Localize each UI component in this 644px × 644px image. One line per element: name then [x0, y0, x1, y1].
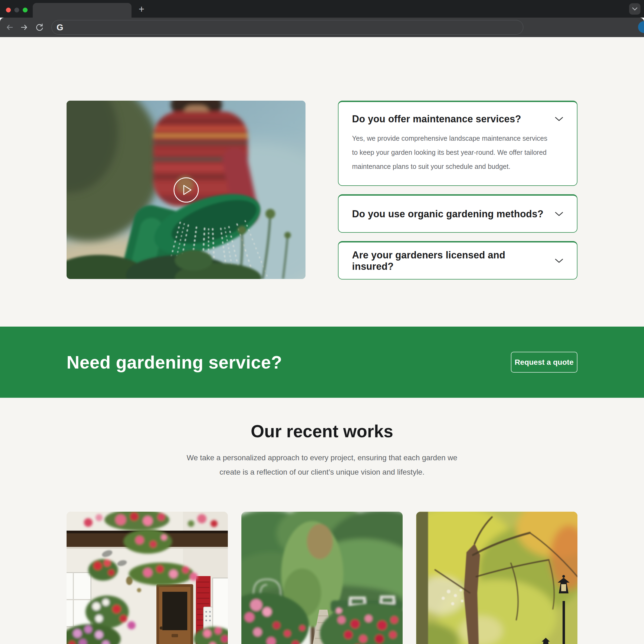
browser-tab-strip: + — [0, 0, 644, 18]
faq-accordion: Do you offer maintenance services? Yes, … — [338, 101, 577, 280]
cta-heading: Need gardening service? — [67, 352, 282, 373]
site-favicon-g-icon: G — [57, 22, 63, 32]
faq-item-maintenance[interactable]: Do you offer maintenance services? Yes, … — [338, 101, 577, 186]
profile-avatar-icon[interactable] — [638, 21, 644, 33]
chevron-down-icon[interactable] — [555, 212, 563, 216]
browser-tab[interactable] — [33, 3, 132, 18]
faq-question: Are your gardeners licensed and insured? — [352, 249, 549, 272]
reload-icon[interactable] — [35, 23, 44, 32]
works-gallery — [67, 512, 577, 644]
new-tab-button[interactable]: + — [135, 3, 148, 15]
section-subtitle-line2: create is a reflection of our client’s u… — [0, 465, 644, 479]
tab-list-button[interactable] — [629, 3, 640, 15]
faq-section: Do you offer maintenance services? Yes, … — [67, 37, 577, 280]
video-player[interactable] — [67, 101, 305, 279]
work-item-garden-path[interactable] — [241, 512, 403, 644]
address-bar[interactable]: G — [51, 20, 523, 35]
work-item-house-facade[interactable] — [67, 512, 228, 644]
forward-arrow-icon[interactable] — [20, 23, 29, 32]
faq-item-organic[interactable]: Do you use organic gardening methods? — [338, 194, 577, 233]
chevron-down-icon[interactable] — [555, 258, 563, 263]
play-icon[interactable] — [173, 177, 199, 203]
plus-icon: + — [139, 4, 144, 15]
faq-answer: Yes, we provide comprehensive landscape … — [352, 131, 550, 173]
window-minimize-button[interactable] — [14, 8, 19, 12]
chevron-down-icon — [632, 7, 638, 11]
chevron-down-icon[interactable] — [555, 117, 563, 121]
recent-works-section: Our recent works We take a personalized … — [0, 421, 644, 644]
cta-banner: Need gardening service? Request a quote — [0, 327, 644, 398]
request-quote-button[interactable]: Request a quote — [511, 352, 577, 373]
faq-question: Do you use organic gardening methods? — [352, 208, 543, 220]
webpage: Do you offer maintenance services? Yes, … — [0, 37, 644, 644]
faq-question: Do you offer maintenance services? — [352, 113, 521, 125]
browser-toolbar: G — [0, 18, 644, 37]
section-title: Our recent works — [0, 421, 644, 441]
faq-item-licensed[interactable]: Are your gardeners licensed and insured? — [338, 241, 577, 280]
back-arrow-icon[interactable] — [5, 23, 14, 32]
section-subtitle-line1: We take a personalized approach to every… — [0, 451, 644, 465]
window-close-button[interactable] — [6, 8, 11, 12]
work-item-autumn-trees[interactable] — [416, 512, 577, 644]
window-zoom-button[interactable] — [23, 8, 28, 12]
